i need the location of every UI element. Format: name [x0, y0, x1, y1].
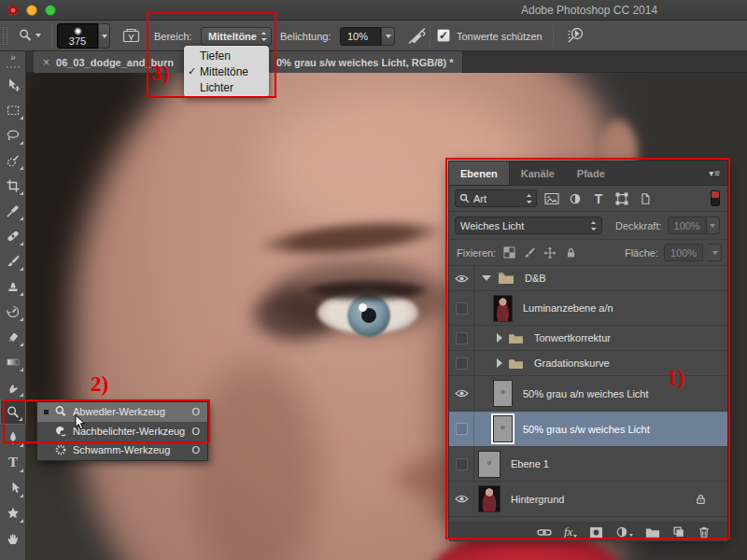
flyout-item-nachbelichter[interactable]: Nachbelichter-Werkzeug O	[37, 422, 207, 441]
tool-lasso[interactable]	[0, 122, 26, 147]
blend-mode-dropdown[interactable]: Weiches Licht	[455, 217, 602, 234]
bereich-popup-menu: Tiefen ✓ Mitteltöne Lichter	[184, 46, 269, 97]
flaeche-value-field[interactable]: 100%	[664, 244, 703, 261]
visibility-toggle[interactable]	[449, 351, 474, 375]
filter-smart-object-icon[interactable]	[637, 192, 654, 205]
visibility-toggle[interactable]	[449, 447, 474, 481]
layer-row-ebene1[interactable]: Ebene 1	[449, 447, 727, 482]
pressure-opacity-toggle[interactable]	[407, 27, 427, 45]
minimize-window-button[interactable]	[26, 5, 37, 16]
new-layer-button[interactable]	[672, 525, 685, 539]
filter-toggle-switch[interactable]	[711, 190, 720, 206]
tab-kanaele[interactable]: Kanäle	[510, 161, 566, 185]
visibility-toggle[interactable]	[449, 412, 474, 446]
zoom-window-button[interactable]	[45, 5, 56, 16]
link-layers-icon[interactable]	[537, 526, 552, 539]
lock-position-icon[interactable]	[543, 246, 557, 259]
visibility-toggle[interactable]	[449, 266, 474, 290]
tool-healing-brush[interactable]	[0, 223, 26, 248]
deckkraft-value-field[interactable]: 100%	[668, 217, 707, 234]
toggle-brush-panel-button[interactable]	[122, 27, 140, 44]
deckkraft-dropdown-button[interactable]	[707, 217, 720, 234]
new-adjustment-layer-button[interactable]	[615, 525, 633, 539]
panel-menu-icon[interactable]: ▾≡	[709, 168, 727, 178]
tool-quick-select[interactable]	[0, 147, 26, 173]
menu-item-tiefen[interactable]: Tiefen	[184, 48, 269, 63]
visibility-toggle[interactable]	[449, 291, 474, 325]
layer-row-luminanzebene[interactable]: Luminanzebene a/n	[449, 291, 727, 326]
tool-eraser[interactable]	[0, 324, 26, 349]
tool-shape[interactable]	[0, 500, 26, 525]
layer-row-grau-an[interactable]: 50% grau a/n weiches Licht	[449, 376, 727, 412]
brush-picker-dropdown[interactable]	[98, 23, 110, 49]
airbrush-toggle[interactable]	[566, 27, 585, 45]
layer-row-hintergrund[interactable]: Hintergrund	[449, 482, 727, 517]
tool-path-select[interactable]	[0, 475, 26, 500]
current-tool-preset[interactable]	[14, 24, 49, 47]
filter-adjustment-icon[interactable]	[567, 192, 584, 205]
tool-marquee[interactable]	[0, 97, 26, 122]
collapse-panel-button[interactable]: »	[0, 51, 26, 64]
tool-gradient[interactable]	[0, 349, 26, 374]
layer-row-grau-sw-selected[interactable]: 50% grau s/w weiches Licht	[449, 412, 727, 447]
layer-thumbnail[interactable]	[493, 415, 513, 442]
tool-type[interactable]: T	[0, 450, 26, 475]
visibility-toggle[interactable]	[449, 326, 474, 350]
tab-pfade[interactable]: Pfade	[566, 161, 616, 185]
flaeche-dropdown-button[interactable]	[709, 244, 722, 261]
group-expand-triangle[interactable]	[482, 275, 491, 281]
tool-history-brush[interactable]	[0, 299, 26, 324]
layer-thumbnail[interactable]	[493, 380, 513, 407]
close-tab-icon[interactable]: ×	[43, 56, 49, 69]
tool-dodge[interactable]	[0, 399, 26, 425]
belichtung-dropdown-button[interactable]	[381, 27, 395, 46]
filter-kind-dropdown[interactable]: Art	[455, 189, 537, 207]
visibility-toggle[interactable]	[449, 376, 474, 411]
layer-thumbnail[interactable]	[478, 485, 500, 512]
tool-move[interactable]	[0, 72, 26, 97]
add-layer-mask-button[interactable]	[589, 526, 603, 539]
tab-ebenen[interactable]: Ebenen	[449, 161, 510, 185]
filter-shape-icon[interactable]	[613, 192, 630, 205]
options-bar-grip[interactable]	[3, 27, 7, 45]
delete-layer-button[interactable]	[698, 525, 711, 539]
tool-clone-stamp[interactable]	[0, 273, 26, 299]
layer-row-group-tonwertkorrektur[interactable]: Tonwertkorrektur	[449, 326, 727, 351]
filter-type-icon[interactable]: T	[590, 191, 607, 206]
layer-name: Gradationskurve	[534, 357, 610, 369]
lock-transparency-icon[interactable]	[501, 246, 516, 259]
layer-style-button[interactable]: fx	[564, 525, 577, 539]
divider	[51, 25, 52, 47]
tool-brush[interactable]	[0, 248, 26, 273]
tool-smudge[interactable]	[0, 374, 26, 399]
belichtung-value-field[interactable]: 10%	[340, 27, 381, 46]
visibility-toggle[interactable]	[449, 482, 474, 516]
layer-row-group-gradationskurve[interactable]: Gradationskurve	[449, 351, 727, 376]
deckkraft-label: Deckkraft:	[615, 220, 662, 231]
tools-panel-grip[interactable]	[7, 66, 20, 68]
flyout-item-abwedler[interactable]: Abwedler-Werkzeug O	[37, 402, 207, 422]
layer-row-group-db[interactable]: D&B	[449, 266, 727, 291]
filter-image-icon[interactable]	[543, 192, 560, 205]
tool-crop[interactable]	[0, 173, 26, 198]
layer-thumbnail[interactable]	[478, 451, 500, 478]
eye-hidden-box	[456, 357, 468, 370]
lock-pixels-icon[interactable]	[522, 246, 537, 259]
bereich-dropdown[interactable]: Mitteltöne	[201, 27, 272, 46]
menu-item-lichter[interactable]: Lichter	[184, 79, 269, 95]
lock-all-icon[interactable]	[563, 246, 578, 259]
menu-item-mitteltoene[interactable]: ✓ Mitteltöne	[184, 63, 269, 79]
group-expand-triangle[interactable]	[497, 358, 502, 368]
layer-thumbnail[interactable]	[493, 295, 513, 322]
flyout-item-label: Nachbelichter-Werkzeug	[73, 426, 191, 437]
group-expand-triangle[interactable]	[497, 333, 502, 343]
tool-eyedropper[interactable]	[0, 198, 26, 223]
document-title-right: 0% grau s/w weiches Licht, RGB/8) *	[276, 57, 454, 68]
tonwerte-checkbox[interactable]: ✓	[437, 29, 450, 42]
new-group-button[interactable]	[645, 526, 660, 539]
close-window-button[interactable]	[7, 5, 19, 16]
tool-hand[interactable]	[0, 525, 26, 551]
brush-size-widget[interactable]: 375	[57, 23, 98, 49]
flyout-item-schwamm[interactable]: Schwamm-Werkzeug O	[37, 441, 207, 460]
tool-pen[interactable]	[0, 425, 26, 450]
